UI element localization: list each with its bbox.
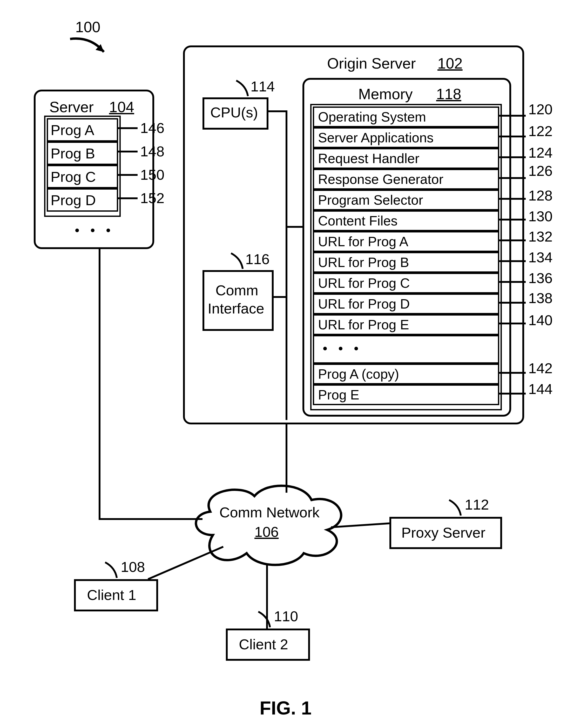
network-ref: 106 — [254, 523, 279, 540]
bus — [266, 110, 286, 112]
ref-116: 116 — [245, 251, 270, 268]
server-104-title: Server — [49, 98, 94, 116]
mem-row-b0-text: Prog A (copy) — [318, 366, 399, 382]
mem-row-3-text: Response Generator — [318, 171, 443, 187]
memory-title: Memory — [358, 85, 413, 103]
ref-152: 152 — [140, 190, 164, 206]
ref-114: 114 — [250, 78, 275, 95]
ref-108: 108 — [121, 559, 145, 575]
mem-row-7-text: URL for Prog B — [318, 255, 409, 270]
lead — [498, 239, 526, 241]
mem-row-10-text: URL for Prog E — [318, 317, 409, 333]
origin-server-ref: 102 — [438, 54, 463, 72]
ref-110: 110 — [274, 608, 298, 625]
lead-112 — [447, 497, 467, 518]
ref-144: 144 — [528, 381, 552, 397]
link-104-net-h — [99, 518, 203, 520]
dot — [354, 347, 358, 350]
lead — [498, 372, 526, 374]
ref-130: 130 — [528, 208, 552, 225]
dot — [339, 347, 342, 350]
lead — [118, 174, 137, 176]
ref-146: 146 — [140, 119, 164, 137]
lead — [118, 197, 137, 199]
comm-label-2: Interface — [208, 300, 264, 317]
lead — [118, 151, 137, 152]
ref-140: 140 — [528, 312, 552, 329]
client2-label: Client 2 — [239, 636, 288, 653]
network-label: Comm Network — [219, 504, 320, 521]
lead-108 — [102, 560, 123, 580]
client1-label: Client 1 — [87, 586, 136, 603]
bus-vertical — [286, 110, 287, 420]
link-104-net-v — [99, 247, 100, 520]
lead — [498, 260, 526, 262]
mem-row-6-text: URL for Prog A — [318, 234, 408, 249]
mem-row-5-text: Content Files — [318, 213, 398, 229]
ref-122: 122 — [528, 123, 552, 140]
ref-126: 126 — [528, 162, 552, 179]
dot — [91, 229, 94, 232]
mem-row-0-text: Operating System — [318, 109, 426, 125]
ref-136: 136 — [528, 270, 552, 286]
lead — [498, 393, 526, 394]
lead-110 — [256, 609, 277, 630]
comm-label-1: Comm — [215, 282, 258, 299]
ref-112: 112 — [465, 496, 489, 513]
ref-148: 148 — [140, 143, 164, 160]
mem-row-8-text: URL for Prog C — [318, 275, 410, 291]
lead — [498, 156, 526, 158]
link-proxy-net — [331, 506, 391, 532]
lead — [498, 115, 526, 117]
bus — [272, 296, 286, 298]
server-104-row-0-text: Prog A — [51, 121, 94, 139]
server-104-row-3-text: Prog D — [51, 192, 96, 208]
ref-132: 132 — [528, 228, 552, 245]
bus — [287, 226, 303, 228]
lead — [498, 322, 526, 324]
mem-row-b1-text: Prog E — [318, 387, 359, 403]
origin-server-title: Origin Server — [327, 54, 416, 72]
proxy-label: Proxy Server — [401, 524, 486, 541]
ref-100: 100 — [75, 18, 100, 36]
memory-ref: 118 — [436, 85, 461, 103]
link-c1-net — [146, 544, 226, 583]
lead — [498, 177, 526, 179]
dot — [107, 229, 110, 232]
lead — [498, 281, 526, 283]
lead — [118, 127, 137, 129]
lead — [498, 136, 526, 138]
cpu-label: CPU(s) — [210, 104, 258, 121]
ref-138: 138 — [528, 290, 552, 306]
ref-124: 124 — [528, 144, 552, 161]
ref-128: 128 — [528, 187, 552, 204]
ref-150: 150 — [140, 166, 164, 183]
figure-caption: FIG. 1 — [260, 697, 312, 719]
lead — [498, 302, 526, 304]
link-origin-net — [286, 423, 287, 493]
ref-142: 142 — [528, 360, 552, 377]
arrow-100 — [68, 34, 119, 65]
mem-row-9-text: URL for Prog D — [318, 296, 410, 312]
lead — [498, 219, 526, 221]
ref-120: 120 — [528, 101, 552, 118]
dot — [75, 229, 79, 232]
ref-134: 134 — [528, 249, 552, 266]
lead — [498, 198, 526, 200]
mem-row-4-text: Program Selector — [318, 192, 423, 208]
mem-row-2-text: Request Handler — [318, 151, 419, 166]
server-104-row-2-text: Prog C — [51, 168, 96, 185]
svg-line-1 — [331, 523, 390, 527]
mem-row-1-text: Server Applications — [318, 130, 434, 146]
server-104-ref: 104 — [109, 98, 134, 116]
dot — [323, 347, 327, 350]
svg-line-2 — [148, 547, 223, 579]
server-104-row-1-text: Prog B — [51, 145, 95, 162]
